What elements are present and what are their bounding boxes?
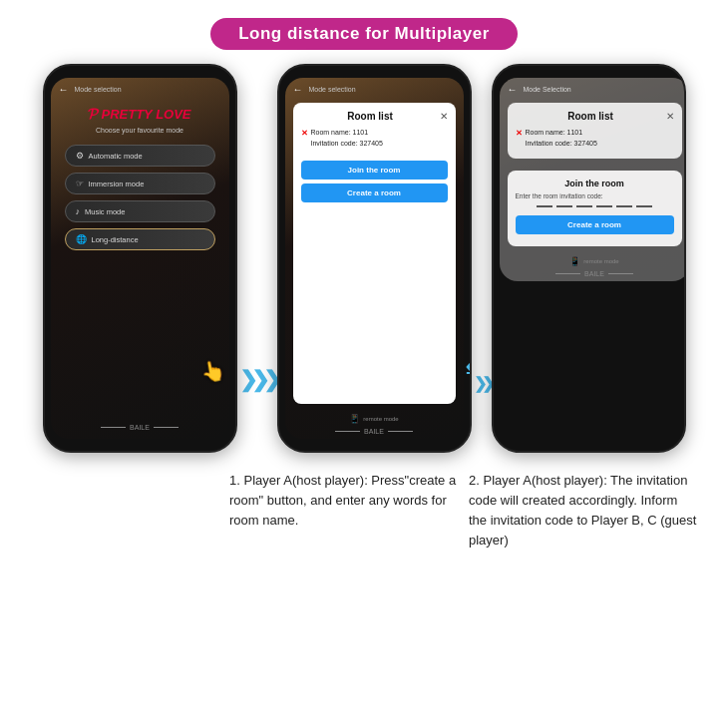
phone3-create-room-button[interactable]: Create a room <box>516 215 674 234</box>
phone3-room-x: ✕ <box>516 129 523 138</box>
back-arrow-icon-3[interactable]: ← <box>508 84 518 95</box>
desc1-number: 1. <box>229 473 240 488</box>
globe-icon: 🌐 <box>76 234 87 244</box>
phone3-content: ← Mode Selection Room list ✕ ✕ Room name… <box>500 78 686 281</box>
desc2-number: 2. <box>469 473 480 488</box>
join-room-subtitle: Enter the room invitation code: <box>516 192 674 199</box>
phone2-footer: 📱 remote mode <box>285 410 464 428</box>
phone2-header: ← Mode selection <box>285 78 464 97</box>
phone1-footer: BAILE <box>51 424 229 439</box>
logo-text: PRETTY LOVE <box>101 107 190 122</box>
mode-immersion[interactable]: ☞ Immersion mode <box>65 173 215 194</box>
back-arrow-icon-2[interactable]: ← <box>293 84 303 95</box>
mode-music[interactable]: ♪ Music mode <box>65 200 215 222</box>
automatic-icon: ⚙ <box>76 151 84 161</box>
phone3-room-list-modal: Room list ✕ ✕ Room name: 1101 Invitation… <box>508 103 682 159</box>
phone2-mode-label: Mode selection <box>309 86 356 93</box>
title-badge: Long distance for Multiplayer <box>210 18 518 50</box>
phone-3: ← Mode Selection Room list ✕ ✕ Room name… <box>492 64 686 453</box>
description-2: 2. Player A(host player): The invitation… <box>469 471 698 551</box>
create-room-button[interactable]: Create a room <box>301 183 448 202</box>
descriptions-row: 1. Player A(host player): Press"create a… <box>30 471 698 551</box>
phone1-logo: 𝓟 PRETTY LOVE <box>51 105 229 123</box>
phone3-room-info: Room name: 1101 Invitation code: 327405 <box>526 128 597 149</box>
modal-close-button[interactable]: ✕ <box>440 111 448 122</box>
remote-icon-3: 📱 <box>569 256 580 266</box>
phone1-header: ← Mode selection <box>51 78 229 97</box>
join-room-title: Join the room <box>516 179 674 188</box>
room-info: Room name: 1101 Invitation code: 327405 <box>311 128 383 149</box>
arrow-1: ❯❯❯ <box>239 367 275 453</box>
phone-2: ← Mode selection Room list ✕ ✕ Room name… <box>277 64 472 453</box>
music-icon: ♪ <box>76 206 81 216</box>
phone3-mode-label: Mode Selection <box>524 86 571 93</box>
room-item: ✕ Room name: 1101 Invitation code: 32740… <box>301 128 448 149</box>
desc2-text: Player A(host player): The invitation co… <box>469 473 696 547</box>
phone3-join-section: Join the room Enter the room invitation … <box>508 171 682 246</box>
small-chevrons-icon: ❯❯ <box>474 374 490 393</box>
arrow-2: ❯❯ <box>474 374 490 453</box>
phone-3-screen: ← Mode Selection Room list ✕ ✕ Room name… <box>500 78 686 281</box>
mode-longdistance[interactable]: 🌐 Long-distance <box>65 228 215 250</box>
modal-title-row: Room list ✕ <box>301 111 448 122</box>
back-arrow-icon[interactable]: ← <box>59 84 69 95</box>
code-dashes <box>516 205 674 207</box>
finger-pointer-icon: 👆 <box>198 357 227 385</box>
phone3-modal-close[interactable]: ✕ <box>666 111 674 122</box>
mode-selection-label: Mode selection <box>75 86 122 93</box>
mode-automatic[interactable]: ⚙ Automatic mode <box>65 145 215 167</box>
phone-1: ← Mode selection 𝓟 PRETTY LOVE Choose yo… <box>43 64 237 453</box>
desc1-text: Player A(host player): Press"create a ro… <box>229 473 456 528</box>
phone3-header: ← Mode Selection <box>500 78 686 97</box>
room-x-icon: ✕ <box>301 129 308 138</box>
phone3-footer: 📱 remote mode <box>500 252 686 270</box>
phone3-modal-title: Room list <box>516 111 666 122</box>
remote-icon-2: 📱 <box>349 414 360 424</box>
join-room-button[interactable]: Join the room <box>301 161 448 180</box>
curved-arrow-icon: ⇄ <box>466 357 472 383</box>
phone3-room-item: ✕ Room name: 1101 Invitation code: 32740… <box>516 128 674 149</box>
phone3-modal-title-row: Room list ✕ <box>516 111 674 122</box>
phone-2-screen: ← Mode selection Room list ✕ ✕ Room name… <box>285 78 464 439</box>
title-section: Long distance for Multiplayer <box>0 18 728 50</box>
phones-row: ← Mode selection 𝓟 PRETTY LOVE Choose yo… <box>0 64 728 453</box>
phone2-room-list-modal: Room list ✕ ✕ Room name: 1101 Invitation… <box>293 103 456 404</box>
phone-1-screen: ← Mode selection 𝓟 PRETTY LOVE Choose yo… <box>51 78 229 439</box>
chevrons-right-icon: ❯❯❯ <box>239 367 275 393</box>
phone1-subtitle: Choose your favourite mode <box>51 127 229 134</box>
description-1: 1. Player A(host player): Press"create a… <box>229 471 459 551</box>
immersion-icon: ☞ <box>76 179 84 188</box>
modal-title: Room list <box>301 111 440 122</box>
